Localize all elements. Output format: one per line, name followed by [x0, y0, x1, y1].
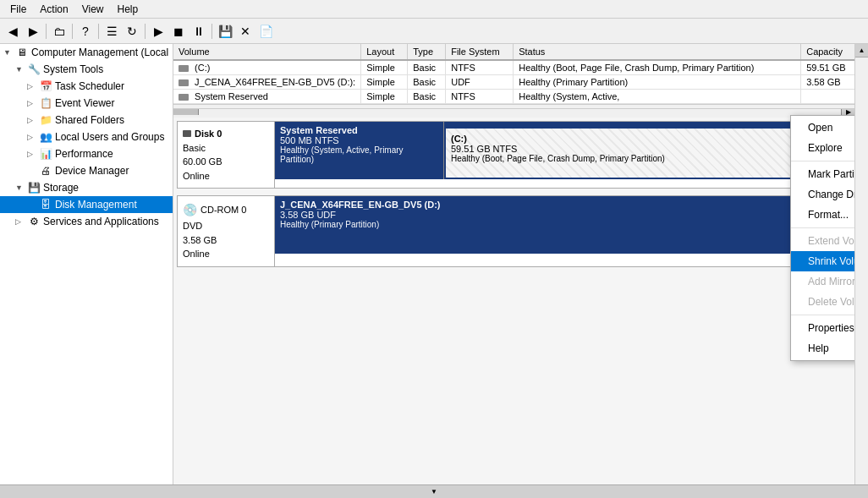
partition-c-drive[interactable]: (C:) 59.51 GB NTFS Healthy (Boot, Page F…	[444, 122, 850, 179]
back-button[interactable]: ◀	[3, 22, 22, 41]
storage-expand: ▼	[15, 183, 27, 192]
ctx-open[interactable]: Open	[791, 118, 854, 138]
forward-button[interactable]: ▶	[24, 22, 42, 41]
ctx-properties[interactable]: Properties	[791, 318, 854, 338]
cell-type: Basic	[408, 60, 446, 75]
col-capacity[interactable]: Capacity	[801, 44, 854, 60]
col-layout[interactable]: Layout	[361, 44, 408, 60]
play-button[interactable]: ▶	[149, 22, 168, 41]
sidebar-system-tools-label: System Tools	[43, 63, 103, 75]
sidebar-root-label: Computer Management (Local	[31, 47, 168, 58]
sidebar-item-shared-folders[interactable]: ▷ 📁 Shared Folders	[0, 112, 173, 129]
stop-button[interactable]: ◼	[169, 22, 188, 41]
refresh-button[interactable]: ↻	[123, 22, 141, 41]
sysres-name: System Reserved	[280, 125, 438, 135]
table-row[interactable]: J_CENA_X64FREE_EN-GB_DV5 (D:): Simple Ba…	[173, 75, 854, 90]
save-button[interactable]: 💾	[216, 22, 234, 41]
sidebar-shared-label: Shared Folders	[55, 114, 124, 126]
ctx-format[interactable]: Format...	[791, 205, 854, 225]
menu-help[interactable]: Help	[111, 2, 146, 17]
disk-0-label: Disk 0 Basic 60.00 GB Online	[178, 122, 275, 188]
show-hide-button[interactable]: ☰	[102, 22, 121, 41]
cdrive-status: Healthy (Boot, Page File, Crash Dump, Pr…	[451, 154, 843, 163]
sidebar-task-label: Task Scheduler	[55, 80, 124, 92]
sidebar-item-local-users[interactable]: ▷ 👥 Local Users and Groups	[0, 129, 173, 145]
sidebar-item-services[interactable]: ▷ ⚙ Services and Applications	[0, 213, 173, 230]
perf-expand: ▷	[27, 150, 39, 158]
up-button[interactable]: 🗀	[50, 22, 69, 41]
sidebar-perf-label: Performance	[55, 148, 113, 160]
horizontal-scrollbar[interactable]: ▶	[173, 104, 854, 118]
ctx-sep-1	[791, 161, 854, 161]
sidebar-item-device-manager[interactable]: 🖨 Device Manager	[0, 162, 173, 179]
menu-file[interactable]: File	[3, 2, 33, 17]
menu-action[interactable]: Action	[33, 2, 74, 17]
disk-0-name: Disk 0	[195, 127, 222, 141]
partition-system-reserved[interactable]: System Reserved 500 MB NTFS Healthy (Sys…	[275, 122, 444, 179]
sidebar-device-label: Device Manager	[55, 165, 129, 177]
computer-icon: 🖥	[15, 46, 29, 59]
sidebar-item-system-tools[interactable]: ▼ 🔧 System Tools	[0, 61, 173, 78]
cell-layout: Simple	[361, 75, 408, 90]
toolbar-sep-1	[46, 24, 47, 39]
table-row[interactable]: (C:) Simple Basic NTFS Healthy (Boot, Pa…	[173, 60, 854, 75]
properties-toolbar-button[interactable]: 📄	[256, 22, 275, 41]
cell-fs: NTFS	[446, 60, 514, 75]
toolbar-sep-3	[98, 24, 99, 39]
cell-status: Healthy (Primary Partition)	[514, 75, 801, 90]
right-scrollbar[interactable]: ▲ ▼	[854, 44, 868, 498]
col-volume[interactable]: Volume	[173, 44, 361, 60]
scroll-up-btn[interactable]: ▲	[855, 44, 868, 57]
cdrom-part-status: Healthy (Primary Partition)	[280, 220, 845, 229]
pause-button[interactable]: ⏸	[190, 22, 208, 41]
menu-view[interactable]: View	[75, 2, 111, 17]
ctx-change-letter[interactable]: Change Drive Letter and Paths...	[791, 184, 854, 205]
shared-expand: ▷	[27, 116, 39, 124]
system-tools-expand: ▼	[15, 65, 27, 74]
sidebar-item-performance[interactable]: ▷ 📊 Performance	[0, 145, 173, 162]
ctx-mark-active[interactable]: Mark Partition as Active	[791, 164, 854, 184]
disk-visual-area: Disk 0 Basic 60.00 GB Online System Rese…	[173, 118, 854, 498]
sidebar-services-label: Services and Applications	[43, 216, 159, 227]
sidebar-item-disk-management[interactable]: 🗄 Disk Management	[0, 196, 173, 213]
cdrive-name: (C:)	[451, 134, 843, 144]
ctx-help[interactable]: Help	[791, 338, 854, 358]
col-status[interactable]: Status	[514, 44, 801, 60]
main-container: ▼ 🖥 Computer Management (Local ▼ 🔧 Syste…	[0, 44, 868, 498]
storage-icon: 💾	[27, 181, 41, 194]
sidebar: ▼ 🖥 Computer Management (Local ▼ 🔧 Syste…	[0, 44, 173, 498]
sidebar-item-event-viewer[interactable]: ▷ 📋 Event Viewer	[0, 95, 173, 112]
cdrom-0-partition[interactable]: J_CENA_X64FREE_EN-GB_DV5 (D:) 3.58 GB UD…	[275, 196, 850, 254]
delete-button[interactable]: ✕	[236, 22, 255, 41]
services-icon: ⚙	[27, 215, 41, 228]
cdrom-part-name: J_CENA_X64FREE_EN-GB_DV5 (D:)	[280, 200, 845, 210]
cell-capacity: 59.51 GB	[801, 60, 854, 75]
ctx-explore[interactable]: Explore	[791, 138, 854, 158]
disk-0-row: Disk 0 Basic 60.00 GB Online System Rese…	[177, 121, 851, 189]
cdrom-0-status: Online	[183, 247, 269, 261]
sidebar-root[interactable]: ▼ 🖥 Computer Management (Local	[0, 44, 173, 61]
sidebar-item-task-scheduler[interactable]: ▷ 📅 Task Scheduler	[0, 78, 173, 95]
ctx-sep-2	[791, 227, 854, 228]
sysres-status: Healthy (System, Active, Primary Partiti…	[280, 145, 438, 164]
table-row[interactable]: System Reserved Simple Basic NTFS Health…	[173, 90, 854, 104]
disk-table: Volume Layout Type File System Status Ca…	[173, 44, 854, 104]
scroll-down-btn[interactable]: ▼	[0, 484, 868, 498]
col-fs[interactable]: File System	[446, 44, 514, 60]
cell-type: Basic	[408, 75, 446, 90]
perf-icon: 📊	[39, 147, 52, 161]
disk-0-status: Online	[183, 169, 269, 183]
users-expand: ▷	[27, 133, 39, 141]
cell-layout: Simple	[361, 90, 408, 104]
device-icon: 🖨	[39, 164, 52, 178]
cell-fs: UDF	[446, 75, 514, 90]
help-button[interactable]: ?	[76, 22, 95, 41]
task-icon: 📅	[39, 79, 52, 93]
cell-volume: System Reserved	[173, 90, 361, 104]
disk-table-scroll[interactable]: Volume Layout Type File System Status Ca…	[173, 44, 854, 104]
sidebar-item-storage[interactable]: ▼ 💾 Storage	[0, 179, 173, 196]
ctx-delete-volume: Delete Volume...	[791, 292, 854, 312]
ctx-shrink-volume[interactable]: Shrink Volume...	[791, 251, 854, 271]
col-type[interactable]: Type	[408, 44, 446, 60]
cell-volume: (C:)	[173, 60, 361, 75]
